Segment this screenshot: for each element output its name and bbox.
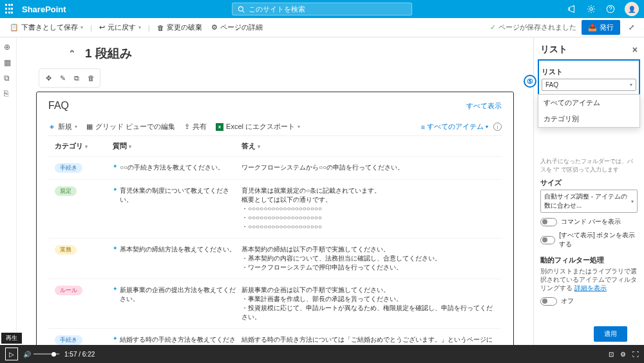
grid-edit-button[interactable]: ▦グリッド ビューでの編集 xyxy=(86,122,175,132)
answer-text: ワークフローシステムから○○の申請を行ってください。 xyxy=(242,163,495,172)
sparkle-icon: ✦ xyxy=(113,286,118,292)
suite-bar: SharePoint このサイトを検索 👤 xyxy=(0,0,644,18)
list-webpart-selected[interactable]: FAQ すべて表示 ＋新規▾ ▦グリッド ビューでの編集 ⇪共有 xExcel … xyxy=(36,92,514,345)
delete-icon[interactable]: 🗑 xyxy=(84,72,97,84)
undo-button[interactable]: ↩元に戻す▾ xyxy=(96,21,144,34)
discard-button[interactable]: 🗑変更の破棄 xyxy=(154,21,205,34)
toggle-icon xyxy=(540,218,557,226)
toggle-showall[interactable]: [すべて表示] ボタンを表示する xyxy=(540,231,638,249)
toggle-cmdbar[interactable]: コマンド バーを表示 xyxy=(540,217,638,226)
question-text: ○○の手続き方法を教えてください。 xyxy=(120,163,224,172)
question-text: 結婚する時の手続き方法を教えてください。 xyxy=(120,335,242,345)
avatar[interactable]: 👤 xyxy=(625,2,639,16)
cc-icon[interactable]: ⊡ xyxy=(609,351,614,358)
duplicate-icon[interactable]: ⧉ xyxy=(70,72,83,84)
table-row[interactable]: 規定✦育児休業の制度について教えてください。育児休業は就業規定の○条に記載されて… xyxy=(48,179,502,238)
category-pill: 業務 xyxy=(55,245,77,255)
video-time: 1:57 / 6:22 xyxy=(64,351,95,358)
play-button[interactable]: ▷ xyxy=(5,348,18,360)
section-title: 1 段組み xyxy=(85,45,132,62)
share-button[interactable]: ⇪共有 xyxy=(184,122,207,132)
left-rail: ⊕ ▦ ⧉ ⎘ xyxy=(0,37,17,345)
prop-label-list: リスト xyxy=(542,67,636,77)
settings-icon[interactable]: ⚙ xyxy=(620,351,626,358)
svg-point-0 xyxy=(238,6,243,11)
info-icon[interactable]: i xyxy=(493,123,502,131)
col-answer[interactable]: 答え▾ xyxy=(242,141,495,151)
publish-button[interactable]: 📤発行 xyxy=(582,20,620,35)
prop-pane-title: リスト xyxy=(540,44,567,55)
answer-text: 基本契約の締結は以下の手順で実施してください。 ・基本契約の内容について、法務担… xyxy=(242,245,495,272)
excel-icon: x xyxy=(216,123,223,131)
canvas: ⌃ 1 段組み ✥ ✎ ⧉ 🗑 FAQ すべて表示 ＋新規▾ ▦グリッド ビュー… xyxy=(17,37,533,345)
question-text: 基本契約の締結方法を教えてください。 xyxy=(120,245,236,254)
rail-link-icon[interactable]: ⎘ xyxy=(4,89,13,98)
dynfilter-text: 別のリストまたはライブラリで選択されているアイテムでフィルタリングする 詳細を表… xyxy=(540,267,638,292)
section-header[interactable]: ⌃ 1 段組み xyxy=(36,43,514,68)
expand-button[interactable]: ⤢ xyxy=(625,21,638,34)
toggle-icon xyxy=(540,297,557,306)
col-category[interactable]: カテゴリ▾ xyxy=(55,141,113,151)
category-pill: 規定 xyxy=(55,186,77,196)
list-select[interactable]: FAQ▾ xyxy=(542,79,636,91)
search-input[interactable]: このサイトを検索 xyxy=(232,3,412,15)
gear-icon[interactable] xyxy=(586,4,596,14)
answer-text: 結婚する時の手続き方法については「ご結婚おめでとうございます。」というページに詳… xyxy=(242,335,495,345)
sparkle-icon: ✦ xyxy=(113,186,118,193)
svg-line-1 xyxy=(243,10,245,12)
col-question[interactable]: 質問▾ xyxy=(113,141,242,151)
dropdown-option[interactable]: カテゴリ別 xyxy=(538,111,639,127)
webpart-title: FAQ xyxy=(48,100,69,112)
table-header: カテゴリ▾ 質問▾ 答え▾ xyxy=(48,136,502,156)
view-selector[interactable]: ≡すべてのアイテム▾ xyxy=(421,122,488,132)
command-bar: 📋下書きとして保存▾ | ↩元に戻す▾ | 🗑変更の破棄 ⚙ページの詳細 ✓ペー… xyxy=(0,18,644,37)
show-all-link[interactable]: すべて表示 xyxy=(466,101,502,111)
save-draft-button[interactable]: 📋下書きとして保存▾ xyxy=(6,21,86,34)
webpart-toolbar: ✥ ✎ ⧉ 🗑 xyxy=(39,68,100,88)
sparkle-icon: ✦ xyxy=(113,245,118,251)
replay-label: 再生 xyxy=(1,333,22,344)
rail-add-icon[interactable]: ⊕ xyxy=(4,43,13,52)
question-text: 育児休業の制度について教えてください。 xyxy=(120,186,242,204)
table-row[interactable]: 手続き✦結婚する時の手続き方法を教えてください。結婚する時の手続き方法については… xyxy=(48,328,502,345)
dropdown-option[interactable]: すべてのアイテム xyxy=(538,95,639,111)
category-pill: ルール xyxy=(55,286,82,295)
search-placeholder: このサイトを検索 xyxy=(249,5,305,14)
folder-note: 入れ子になったフォルダーでは、パスを "/" で区切って入力します xyxy=(540,157,638,174)
volume-control[interactable]: 🔊 xyxy=(23,351,59,358)
fullscreen-icon[interactable]: ⛶ xyxy=(632,351,639,358)
step-number: ⑤ xyxy=(524,75,536,88)
saved-message: ✓ページが保存されました xyxy=(490,23,576,32)
toggle-dynfilter[interactable]: オフ xyxy=(540,297,638,306)
volume-icon: 🔊 xyxy=(23,351,31,358)
new-button[interactable]: ＋新規▾ xyxy=(48,122,77,132)
answer-text: 新規事業の企画は以下の手順で実施してください。 ・事業計画書を作成し、部長の承認… xyxy=(242,286,495,322)
rail-copy-icon[interactable]: ⧉ xyxy=(4,74,13,83)
answer-text: 育児休業は就業規定の○条に記載されています。 概要としては以下の通りです。 ・○… xyxy=(242,186,495,231)
table-row[interactable]: 手続き✦○○の手続き方法を教えてください。ワークフローシステムから○○の申請を行… xyxy=(48,156,502,179)
view-dropdown: すべてのアイテム カテゴリ別 xyxy=(538,94,640,128)
excel-export-button[interactable]: xExcel にエクスポート▾ xyxy=(216,122,300,132)
search-icon xyxy=(238,6,245,13)
category-pill: 手続き xyxy=(55,163,82,173)
table-row[interactable]: 業務✦基本契約の締結方法を教えてください。基本契約の締結は以下の手順で実施してく… xyxy=(48,238,502,279)
chevron-down-icon: ⌃ xyxy=(68,48,76,59)
category-pill: 手続き xyxy=(55,335,82,345)
table-row[interactable]: ルール✦新規事業の企画の提出方法を教えてください。新規事業の企画は以下の手順で実… xyxy=(48,279,502,328)
app-launcher-icon[interactable] xyxy=(5,4,15,14)
sparkle-icon: ✦ xyxy=(113,335,118,342)
edit-icon[interactable]: ✎ xyxy=(56,72,69,84)
rail-layout-icon[interactable]: ▦ xyxy=(4,58,13,67)
close-icon[interactable]: × xyxy=(632,44,638,55)
page-details-button[interactable]: ⚙ページの詳細 xyxy=(208,21,266,34)
details-link[interactable]: 詳細を表示 xyxy=(574,284,607,291)
help-icon[interactable] xyxy=(605,4,616,14)
suite-title: SharePoint xyxy=(22,5,66,14)
apply-button[interactable]: 適用 xyxy=(594,326,627,342)
megaphone-icon[interactable] xyxy=(567,4,577,14)
move-icon[interactable]: ✥ xyxy=(42,72,55,84)
sparkle-icon: ✦ xyxy=(113,163,118,170)
size-select[interactable]: 自動サイズ調整 - アイテムの数に合わせ...▾ xyxy=(540,190,638,213)
property-pane: リスト × ⑤ リスト FAQ▾ 表示 すべてのアイテム▾↖ すべてのアイテム … xyxy=(533,37,644,345)
prop-label-dynfilter: 動的フィルター処理 xyxy=(540,255,638,265)
